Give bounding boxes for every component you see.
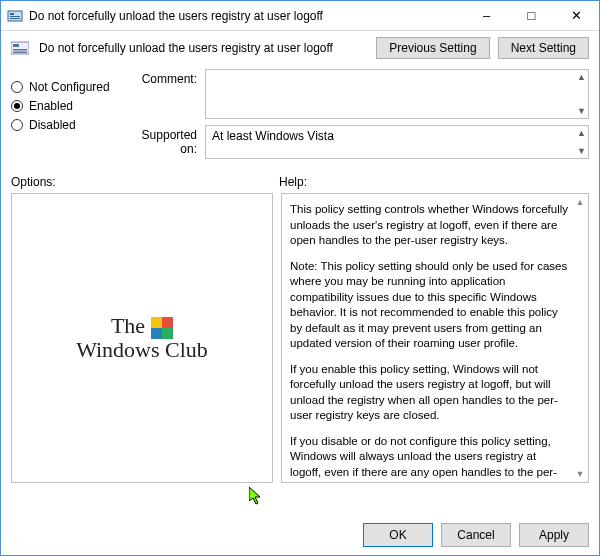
titlebar[interactable]: Do not forcefully unload the users regis… [1, 1, 599, 31]
header-row: Do not forcefully unload the users regis… [1, 31, 599, 69]
svg-rect-5 [13, 44, 19, 47]
radio-label: Not Configured [29, 80, 110, 94]
apply-button[interactable]: Apply [519, 523, 589, 547]
help-paragraph: If you disable or do not configure this … [290, 434, 570, 483]
radio-icon [11, 81, 23, 93]
ok-button[interactable]: OK [363, 523, 433, 547]
policy-icon [7, 8, 23, 24]
help-pane: This policy setting controls whether Win… [281, 193, 589, 483]
logo-squares-icon [151, 317, 173, 339]
window-title: Do not forcefully unload the users regis… [29, 9, 464, 23]
radio-enabled[interactable]: Enabled [11, 99, 119, 113]
scroll-up-icon[interactable]: ▲ [577, 72, 586, 82]
svg-rect-3 [10, 18, 20, 19]
radio-icon [11, 119, 23, 131]
dialog-window: Do not forcefully unload the users regis… [0, 0, 600, 556]
help-label: Help: [279, 175, 589, 189]
help-paragraph: This policy setting controls whether Win… [290, 202, 570, 249]
help-paragraph: Note: This policy setting should only be… [290, 259, 570, 352]
next-setting-button[interactable]: Next Setting [498, 37, 589, 59]
options-label: Options: [11, 175, 279, 189]
radio-label: Disabled [29, 118, 76, 132]
minimize-button[interactable]: – [464, 1, 509, 30]
svg-rect-6 [13, 49, 27, 51]
cursor-icon [249, 487, 265, 507]
scroll-up-icon[interactable]: ▲ [576, 196, 585, 208]
radio-disabled[interactable]: Disabled [11, 118, 119, 132]
maximize-button[interactable]: □ [509, 1, 554, 30]
watermark-line2: Windows Club [76, 339, 208, 361]
policy-icon [11, 40, 29, 56]
help-scrollbar[interactable]: ▲ ▼ [572, 194, 588, 482]
radio-label: Enabled [29, 99, 73, 113]
scroll-down-icon[interactable]: ▼ [577, 146, 586, 156]
scroll-down-icon[interactable]: ▼ [576, 468, 585, 480]
cancel-button[interactable]: Cancel [441, 523, 511, 547]
supported-on-value: At least Windows Vista [212, 129, 334, 143]
state-radio-group: Not Configured Enabled Disabled [11, 69, 119, 165]
watermark-line1: The [111, 315, 145, 337]
supported-on-textbox: At least Windows Vista ▲ ▼ [205, 125, 589, 159]
policy-name: Do not forcefully unload the users regis… [39, 41, 366, 55]
previous-setting-button[interactable]: Previous Setting [376, 37, 489, 59]
svg-rect-2 [10, 16, 20, 17]
comment-textarea[interactable]: ▲ ▼ [205, 69, 589, 119]
scroll-up-icon[interactable]: ▲ [577, 128, 586, 138]
radio-not-configured[interactable]: Not Configured [11, 80, 119, 94]
options-pane: The Windows Club [11, 193, 273, 483]
supported-on-label: Supported on: [127, 125, 205, 159]
dialog-footer: OK Cancel Apply [363, 523, 589, 547]
close-button[interactable]: ✕ [554, 1, 599, 30]
help-paragraph: If you enable this policy setting, Windo… [290, 362, 570, 424]
scroll-down-icon[interactable]: ▼ [577, 106, 586, 116]
svg-rect-7 [13, 52, 27, 54]
comment-label: Comment: [127, 69, 205, 119]
watermark-logo: The Windows Club [76, 315, 208, 361]
radio-icon [11, 100, 23, 112]
svg-rect-1 [10, 13, 14, 15]
